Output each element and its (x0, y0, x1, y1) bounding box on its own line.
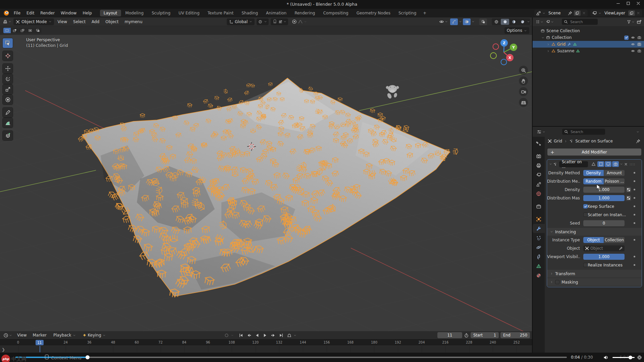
animate-decorator[interactable] (634, 256, 635, 257)
animate-decorator[interactable] (634, 214, 635, 216)
pin-icon[interactable] (568, 11, 573, 16)
option-collection[interactable]: Collection (604, 237, 625, 243)
properties-tab-physics[interactable] (533, 243, 545, 252)
workspace-tab-compositing[interactable]: Compositing (319, 10, 352, 16)
select-mode-subtract[interactable] (19, 28, 26, 33)
option-poisson-[interactable]: Poisson ... (604, 178, 625, 184)
shading-dropdown-icon[interactable] (527, 20, 530, 23)
menu-render[interactable]: Render (37, 9, 58, 17)
workspace-tab-sculpting[interactable]: Sculpting (148, 10, 174, 16)
workspace-tab-modeling[interactable]: Modeling (122, 10, 148, 16)
viewport-menu-object[interactable]: Object (102, 18, 121, 25)
overlays-dropdown-icon[interactable] (472, 20, 475, 23)
modifier-toggle-render[interactable] (612, 161, 619, 167)
transport-jump-to-end[interactable] (277, 332, 285, 339)
outliner-search-input[interactable] (570, 19, 596, 24)
viewport-menu-select[interactable]: Select (70, 18, 89, 25)
select-mode-new[interactable] (3, 28, 11, 33)
eye-icon[interactable] (631, 49, 635, 53)
timeline-ruler[interactable]: 0243648607284961081201321441561681801922… (0, 339, 532, 346)
properties-tab-scene[interactable] (533, 180, 545, 189)
shading-wireframe-button[interactable] (492, 19, 500, 25)
tool-transform[interactable] (3, 95, 13, 105)
properties-tab-render[interactable] (533, 152, 545, 161)
texture-input-button[interactable] (626, 187, 631, 193)
value-field-distribution-mask[interactable]: 1.000 (583, 195, 625, 201)
viewport-nav-zoom[interactable] (519, 66, 528, 75)
subpanel-instancing[interactable]: Instancing (547, 228, 642, 236)
properties-tab-output[interactable] (533, 161, 545, 170)
snap-settings-icon[interactable] (278, 20, 282, 24)
transform-orientation-dropdown[interactable]: Global (227, 18, 255, 25)
new-view-layer-button[interactable] (628, 10, 635, 16)
playhead-line[interactable] (40, 346, 40, 352)
viewport-menu-view[interactable]: View (55, 18, 70, 25)
modifier-toggle-realtime[interactable] (605, 161, 611, 167)
animate-decorator[interactable] (634, 197, 635, 199)
scene-selector[interactable]: Scene (534, 10, 588, 16)
timeline-editor-type-button[interactable] (2, 332, 13, 339)
add-workspace-button[interactable]: + (420, 10, 429, 16)
properties-editor-type-button[interactable] (535, 128, 547, 135)
outliner-scope-dropdown[interactable] (545, 18, 554, 25)
pin-id-icon[interactable] (636, 139, 641, 144)
breadcrumb-modifier[interactable]: Scatter on Surface (575, 139, 613, 143)
visibility-dropdown[interactable] (438, 18, 449, 25)
option-object[interactable]: Object (583, 237, 604, 243)
shading-material-button[interactable] (509, 19, 518, 25)
outliner-row-grid[interactable]: Grid (533, 41, 644, 48)
checkbox-keep-surface[interactable] (583, 204, 588, 208)
transport-jump-to-start[interactable] (237, 332, 245, 339)
close-icon[interactable] (636, 1, 641, 6)
menu-file[interactable]: File (11, 9, 23, 17)
mode-selector[interactable]: Object Mode (13, 18, 54, 25)
player-progress-bar[interactable] (15, 357, 567, 358)
value-field-seed[interactable]: 0 (583, 220, 625, 226)
transport-play[interactable] (261, 332, 269, 339)
viewport-3d[interactable]: User Perspective (11) Collection | Grid … (0, 35, 532, 331)
current-frame-field[interactable]: 11 (437, 332, 462, 338)
checkbox-scatter-on-instan-[interactable] (583, 213, 588, 217)
select-mode-extend[interactable] (11, 28, 18, 33)
options-dropdown[interactable]: Options (504, 27, 529, 34)
maximize-icon[interactable] (626, 1, 631, 6)
animate-decorator[interactable] (634, 180, 635, 182)
animate-decorator[interactable] (634, 264, 635, 266)
eye-icon[interactable] (631, 42, 635, 46)
properties-tab-particles[interactable] (533, 233, 545, 242)
minimize-icon[interactable] (616, 1, 621, 6)
channel-expand-icon[interactable]: ❯ (2, 347, 5, 352)
snap-magnet-icon[interactable] (272, 19, 277, 24)
editor-type-button[interactable] (1, 18, 13, 25)
playback-menu[interactable]: Playback (50, 331, 79, 339)
viewport-nav-pan[interactable] (519, 76, 528, 85)
value-field-density[interactable]: 1.000 (583, 187, 625, 193)
shading-rendered-button[interactable] (518, 19, 527, 25)
properties-search-input[interactable] (570, 129, 596, 134)
drag-handle-icon[interactable]: :::: (630, 162, 635, 166)
pivot-point-dropdown[interactable] (257, 18, 269, 25)
timeline-menu-view[interactable]: View (14, 331, 30, 339)
subpanel-checkbox[interactable] (555, 280, 559, 284)
playhead-current-frame[interactable]: 11 (36, 340, 44, 345)
view-layer-selector[interactable]: ViewLayer (590, 10, 642, 16)
player-progress-knob[interactable] (86, 355, 90, 359)
viewport-nav-grid[interactable] (519, 98, 528, 107)
option-density[interactable]: Density (583, 170, 604, 176)
workspace-tab-uv-editing[interactable]: UV Editing (175, 10, 203, 16)
tool-scale[interactable] (3, 84, 13, 94)
frame-end-field[interactable]: End 250 (500, 332, 530, 338)
eyedropper-icon[interactable] (619, 246, 623, 250)
falloff-icon[interactable] (298, 19, 303, 24)
properties-tab-world[interactable] (533, 189, 545, 198)
texture-input-button[interactable] (626, 195, 631, 201)
menu-help[interactable]: Help (79, 9, 95, 17)
properties-tab-object-data[interactable] (533, 261, 545, 270)
tool-cursor[interactable] (3, 51, 13, 61)
outliner-row-scene-collection[interactable]: Scene Collection (533, 27, 644, 34)
playback-sync-button[interactable] (285, 332, 293, 339)
properties-tab-material[interactable] (533, 271, 545, 280)
camera-icon[interactable] (637, 49, 641, 53)
show-gizmo-toggle[interactable] (450, 18, 458, 25)
properties-tab-object[interactable] (533, 215, 545, 224)
